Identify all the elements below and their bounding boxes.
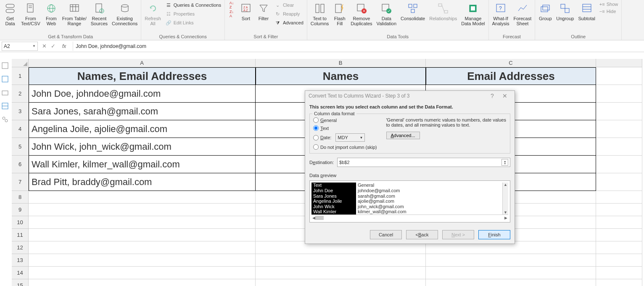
cell-C15[interactable]: [426, 279, 596, 286]
cell-C1[interactable]: Email Addresses: [426, 67, 596, 85]
from-web-button[interactable]: From Web: [43, 1, 60, 27]
row-header-12[interactable]: 12: [12, 241, 29, 254]
finish-button[interactable]: Finish: [478, 230, 510, 239]
sort-az-button[interactable]: A↓Z: [227, 1, 237, 9]
properties-button[interactable]: ☷Properties: [164, 10, 223, 18]
cell-A5[interactable]: John Wick, john_wick@gmail.com: [29, 138, 256, 156]
cell-A7[interactable]: Brad Pitt, braddy@gmail.com: [29, 173, 256, 191]
row-header-5[interactable]: 5: [12, 138, 29, 156]
from-textcsv-button[interactable]: From Text/CSV: [19, 1, 42, 27]
fx-icon[interactable]: fx: [60, 43, 69, 49]
remove-duplicates-button[interactable]: Remove Duplicates: [349, 1, 374, 27]
column-header-A[interactable]: A: [29, 59, 256, 67]
date-format-select[interactable]: MDY▼: [335, 133, 365, 142]
cell-C13[interactable]: [426, 254, 596, 267]
cell-C14[interactable]: [426, 267, 596, 279]
cell-D14[interactable]: [596, 267, 642, 279]
existing-conn-button[interactable]: Existing Connections: [110, 1, 139, 27]
cell-D4[interactable]: [596, 120, 642, 138]
preview-hscroll[interactable]: ◀▶: [311, 214, 508, 220]
cell-D13[interactable]: [596, 254, 642, 267]
cell-A9[interactable]: [29, 204, 256, 216]
cell-D12[interactable]: [596, 241, 642, 254]
cell-A15[interactable]: [29, 279, 256, 286]
cell-D1[interactable]: [596, 67, 642, 85]
cell-D11[interactable]: [596, 229, 642, 241]
cell-D8[interactable]: [596, 191, 642, 204]
edit-links-button[interactable]: 🔗Edit Links: [164, 19, 223, 27]
text-to-columns-button[interactable]: Text to Columns: [309, 1, 330, 27]
cell-A13[interactable]: [29, 254, 256, 267]
radio-skip[interactable]: Do not import column (skip): [313, 144, 377, 150]
data-model-button[interactable]: Manage Data Model: [459, 1, 486, 27]
side-icon-3[interactable]: [2, 89, 8, 96]
forecast-sheet-button[interactable]: Forecast Sheet: [512, 1, 533, 27]
back-button[interactable]: < Back: [406, 230, 438, 239]
advanced-button[interactable]: Advanced...: [386, 132, 420, 139]
row-header-2[interactable]: 2: [12, 85, 29, 103]
sort-button[interactable]: Z AA Z Sort: [238, 1, 254, 22]
preview-column-2[interactable]: General johndoe@gmail.com sarah@gmail.co…: [356, 183, 502, 214]
radio-date[interactable]: Date: MDY▼: [313, 133, 377, 142]
flash-fill-button[interactable]: Flash Fill: [331, 1, 348, 27]
column-header-C[interactable]: C: [426, 59, 596, 67]
name-box[interactable]: A2 ▼: [2, 42, 38, 51]
cancel-formula-icon[interactable]: ✕: [42, 43, 47, 49]
dialog-titlebar[interactable]: Convert Text to Columns Wizard - Step 3 …: [305, 91, 515, 101]
cell-B1[interactable]: Names: [256, 67, 426, 85]
row-header-4[interactable]: 4: [12, 120, 29, 138]
select-all-corner[interactable]: [12, 59, 29, 67]
data-validation-button[interactable]: Data Validation: [375, 1, 399, 27]
hide-detail-button[interactable]: −≡Hide: [598, 8, 620, 15]
cell-A6[interactable]: Wall Kimler, kilmer_wall@gmail.com: [29, 156, 256, 173]
side-icon-1[interactable]: [2, 62, 8, 69]
next-button[interactable]: Next >: [442, 230, 474, 239]
cell-D2[interactable]: [596, 85, 642, 103]
column-header-B[interactable]: B: [256, 59, 426, 67]
whatif-button[interactable]: ? What-If Analysis: [491, 1, 511, 27]
cell-A14[interactable]: [29, 267, 256, 279]
row-header-9[interactable]: 9: [12, 204, 29, 216]
row-header-14[interactable]: 14: [12, 267, 29, 279]
cell-A8[interactable]: [29, 191, 256, 204]
show-detail-button[interactable]: +≡Show: [598, 1, 620, 8]
preview-vscroll[interactable]: ▲▼: [502, 183, 508, 214]
cell-A12[interactable]: [29, 241, 256, 254]
row-header-13[interactable]: 13: [12, 254, 29, 267]
cell-B15[interactable]: [256, 279, 426, 286]
radio-text[interactable]: Text: [313, 125, 377, 131]
side-icon-2[interactable]: [2, 76, 8, 82]
help-icon[interactable]: ?: [486, 93, 499, 99]
get-data-button[interactable]: Get Data: [2, 1, 18, 27]
preview-column-1[interactable]: Text John Doe Sara Jones Angelina Joile …: [311, 183, 356, 214]
cell-D7[interactable]: [596, 173, 642, 191]
clear-button[interactable]: ⌄Clear: [273, 1, 305, 9]
cell-B14[interactable]: [256, 267, 426, 279]
from-table-button[interactable]: From Table/ Range: [61, 1, 88, 27]
relationships-button[interactable]: Relationships: [428, 1, 459, 22]
consolidate-button[interactable]: Consolidate: [399, 1, 427, 22]
cell-D5[interactable]: [596, 138, 642, 156]
recent-sources-button[interactable]: Recent Sources: [89, 1, 109, 27]
cell-D3[interactable]: [596, 103, 642, 120]
advanced-button[interactable]: ⧩Advanced: [273, 19, 305, 27]
row-header-6[interactable]: 6: [12, 156, 29, 173]
row-header-15[interactable]: 15: [12, 279, 29, 286]
enter-formula-icon[interactable]: ✓: [51, 43, 55, 49]
cell-A11[interactable]: [29, 229, 256, 241]
cell-D15[interactable]: [596, 279, 642, 286]
cell-B13[interactable]: [256, 254, 426, 267]
row-header-7[interactable]: 7: [12, 173, 29, 191]
row-header-11[interactable]: 11: [12, 229, 29, 241]
cancel-button[interactable]: Cancel: [370, 230, 402, 239]
cell-A4[interactable]: Angelina Joile, ajolie@gmail.com: [29, 120, 256, 138]
subtotal-button[interactable]: Subtotal: [576, 1, 596, 22]
reapply-button[interactable]: ↻Reapply: [273, 10, 305, 18]
filter-button[interactable]: Filter: [255, 1, 272, 22]
destination-input[interactable]: $b$2 ↥: [337, 158, 510, 167]
formula-input[interactable]: John Doe, johndoe@gmail.com: [73, 42, 644, 51]
cell-A1[interactable]: Names, Email Addresses: [29, 67, 256, 85]
cell-A3[interactable]: Sara Jones, sarah@gmail.com: [29, 103, 256, 120]
refresh-all-button[interactable]: Refresh All: [143, 1, 163, 27]
close-icon[interactable]: ✕: [499, 93, 511, 99]
